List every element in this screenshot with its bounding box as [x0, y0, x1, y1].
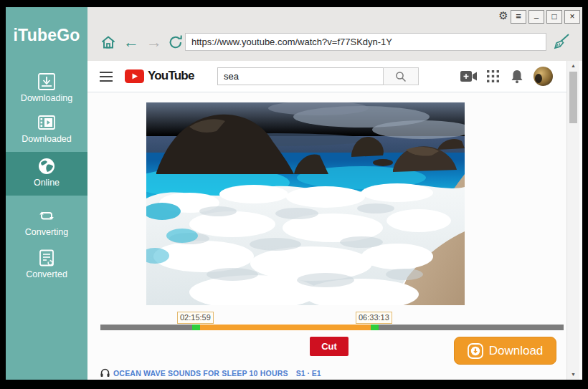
sidebar-item-label: Downloading — [6, 93, 87, 103]
app-window: ⚙ ≡ _ □ × iTubeGo Downloading — [6, 7, 582, 380]
profile-avatar[interactable] — [534, 67, 553, 86]
cut-button[interactable]: Cut — [310, 337, 348, 356]
page-scrollbar[interactable]: ▲ ▼ — [566, 61, 579, 380]
scroll-up-icon[interactable]: ▲ — [567, 63, 579, 68]
video-thumbnail[interactable] — [146, 102, 465, 305]
settings-gear-icon[interactable]: ⚙ — [496, 9, 511, 23]
home-button[interactable] — [99, 34, 118, 52]
sidebar-item-downloading[interactable]: Downloading — [6, 69, 87, 112]
document-icon — [37, 248, 57, 268]
sidebar-item-converting[interactable]: Converting — [6, 203, 87, 246]
sidebar-item-label: Downloaded — [6, 134, 87, 144]
sidebar-item-downloaded[interactable]: Downloaded — [6, 110, 87, 153]
now-playing[interactable]: OCEAN WAVE SOUNDS FOR SLEEP 10 HOURS S1 … — [100, 368, 321, 378]
end-time-label[interactable]: 06:33:13 — [356, 312, 392, 324]
trim-end-handle[interactable] — [371, 325, 379, 330]
sidebar-item-online[interactable]: Online — [6, 152, 87, 196]
trim-start-handle[interactable] — [192, 325, 200, 330]
forward-button[interactable]: → — [145, 34, 163, 52]
refresh-button[interactable] — [166, 34, 185, 52]
trim-slider-track[interactable] — [100, 325, 564, 330]
refresh-icon — [167, 34, 184, 51]
browser-viewport: YouTube — [87, 61, 582, 380]
youtube-search-input[interactable] — [217, 67, 384, 85]
broom-icon — [552, 32, 571, 51]
back-button[interactable]: ← — [122, 34, 141, 52]
youtube-play-icon — [125, 69, 144, 83]
sidebar-item-converted[interactable]: Converted — [6, 245, 87, 288]
trim-selected-range[interactable] — [200, 325, 371, 330]
download-button[interactable]: Download — [454, 337, 556, 365]
minimize-button[interactable]: _ — [528, 10, 544, 24]
close-button[interactable]: × — [564, 10, 580, 24]
clear-browser-button[interactable] — [552, 32, 571, 51]
sidebar-item-label: Converting — [6, 227, 87, 237]
maximize-button[interactable]: □ — [546, 10, 562, 24]
app-logo: iTubeGo — [6, 26, 87, 45]
episode-label: S1 · E1 — [296, 369, 321, 378]
youtube-search-button[interactable] — [383, 67, 419, 85]
globe-icon — [37, 156, 57, 176]
search-icon — [395, 71, 407, 82]
download-button-label: Download — [489, 344, 544, 358]
screenshot-root: ⚙ ≡ _ □ × iTubeGo Downloading — [0, 0, 588, 389]
sidebar-item-label: Converted — [6, 269, 87, 279]
home-icon — [100, 34, 117, 51]
sidebar: iTubeGo Downloading — [6, 7, 87, 380]
sidebar-item-label: Online — [6, 178, 87, 188]
youtube-logo[interactable]: YouTube — [125, 69, 194, 83]
create-video-icon[interactable] — [460, 70, 478, 82]
scroll-down-icon[interactable]: ▼ — [567, 372, 579, 377]
notifications-bell-icon[interactable] — [511, 69, 523, 84]
youtube-header: YouTube — [87, 61, 566, 92]
download-icon — [468, 343, 483, 359]
track-title: OCEAN WAVE SOUNDS FOR SLEEP 10 HOURS — [113, 369, 288, 378]
start-time-label[interactable]: 02:15:59 — [177, 312, 214, 324]
film-icon — [37, 112, 57, 133]
apps-grid-icon[interactable] — [487, 70, 499, 82]
download-tray-icon — [37, 72, 57, 92]
hamburger-menu-icon[interactable] — [99, 70, 113, 83]
headphones-icon — [100, 368, 110, 378]
youtube-logo-text: YouTube — [148, 69, 194, 83]
scrollbar-thumb[interactable] — [569, 72, 577, 123]
menu-button[interactable]: ≡ — [511, 10, 526, 24]
loop-arrows-icon — [37, 206, 57, 226]
url-input[interactable] — [185, 33, 546, 51]
